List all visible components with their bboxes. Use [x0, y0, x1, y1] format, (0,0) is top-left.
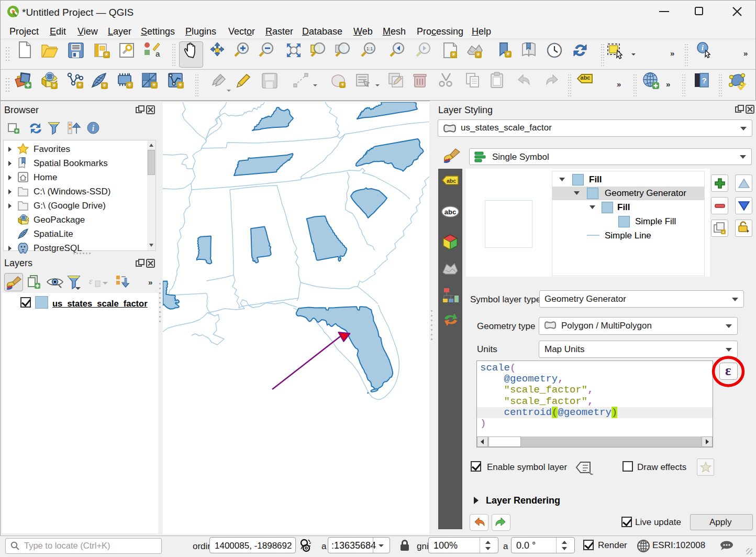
svg-text:✳: ✳	[506, 50, 511, 57]
svg-text:ε: ε	[89, 276, 93, 286]
svg-text:i: i	[702, 44, 704, 52]
svg-text:✳: ✳	[77, 81, 83, 88]
svg-text:✳: ✳	[52, 82, 57, 89]
svg-text:✳: ✳	[152, 81, 157, 88]
svg-text:a: a	[155, 49, 160, 58]
svg-text:✳: ✳	[102, 82, 107, 89]
svg-text:abc: abc	[444, 208, 456, 216]
svg-text:✳: ✳	[104, 51, 109, 58]
svg-text:✳: ✳	[451, 51, 457, 58]
svg-text:✳: ✳	[178, 81, 183, 88]
svg-text:?: ?	[702, 76, 706, 85]
svg-text:✳: ✳	[476, 51, 481, 58]
svg-text:abc: abc	[447, 178, 456, 184]
svg-text:i: i	[92, 124, 95, 133]
svg-text:✳: ✳	[721, 230, 725, 235]
svg-text:✳: ✳	[127, 81, 132, 88]
svg-text:✳: ✳	[340, 81, 344, 88]
svg-text:abc: abc	[581, 74, 591, 81]
svg-text:1:1: 1:1	[366, 46, 373, 51]
